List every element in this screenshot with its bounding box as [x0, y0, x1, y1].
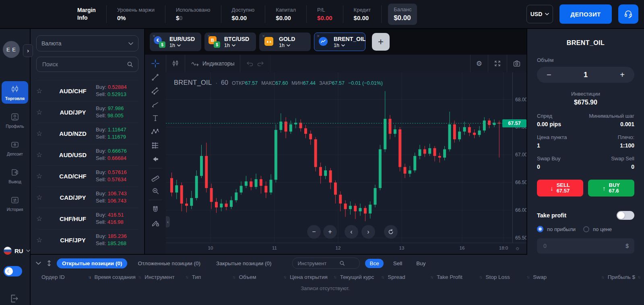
- favorite-star-icon[interactable]: ☆: [36, 193, 50, 202]
- column-header[interactable]: Инструмент ↑↓: [144, 274, 192, 280]
- category-select[interactable]: Валюта: [36, 35, 138, 51]
- instrument-row[interactable]: ☆ CHF/HUF Buy: 416.51 Sell: 416.98: [36, 208, 138, 229]
- avatar[interactable]: E E: [3, 41, 20, 58]
- column-header[interactable]: Тип ↑↓: [192, 274, 239, 280]
- redo-button[interactable]: [255, 55, 270, 72]
- trend-line-tool[interactable]: [149, 72, 161, 82]
- volume-increase-button[interactable]: +: [617, 70, 627, 80]
- undo-button[interactable]: [240, 55, 255, 72]
- volume-decrease-button[interactable]: −: [544, 70, 554, 80]
- lock-drawings-tool[interactable]: [149, 217, 161, 228]
- sort-icon[interactable]: ↑↓: [283, 275, 286, 279]
- scroll-left-button[interactable]: ‹: [345, 225, 358, 239]
- language-select[interactable]: RU: [4, 247, 30, 255]
- indicators-button[interactable]: Индикаторы: [185, 55, 240, 72]
- sort-icon[interactable]: ↑↓: [186, 275, 188, 279]
- magnet-tool[interactable]: [149, 204, 161, 214]
- column-header[interactable]: Время создания ↑↓: [95, 274, 145, 280]
- sort-icon[interactable]: ↑↓: [232, 275, 235, 279]
- text-tool[interactable]: [149, 113, 161, 123]
- sort-icon[interactable]: ↑↓: [479, 275, 482, 279]
- buy-button[interactable]: ↑ BUY67.6: [588, 180, 634, 197]
- column-header[interactable]: Цена открытия ↑↓: [290, 274, 340, 280]
- brush-tool[interactable]: [149, 99, 161, 110]
- chevron-down-icon[interactable]: [287, 44, 290, 47]
- sidebar-expand-button[interactable]: ›: [23, 44, 33, 57]
- column-header[interactable]: Spread ↑↓: [388, 274, 437, 280]
- add-chart-tab-button[interactable]: +: [372, 33, 390, 51]
- theme-toggle[interactable]: ☾: [4, 266, 22, 276]
- brightness-icon[interactable]: ☼: [515, 245, 520, 251]
- scroll-right-button[interactable]: ›: [361, 225, 375, 239]
- column-header[interactable]: Прибыль $ ↑↓: [608, 274, 644, 280]
- instrument-row[interactable]: ☆ CHF/JPY Buy: 185.236 Sell: 185.268: [36, 229, 138, 250]
- favorite-star-icon[interactable]: ☆: [36, 215, 50, 223]
- favorite-star-icon[interactable]: ☆: [36, 87, 50, 95]
- sidebar-item-history[interactable]: История: [2, 192, 28, 215]
- chart-tab-eurusd[interactable]: × €$ EUR/USD1h: [150, 33, 201, 51]
- by-price-radio[interactable]: [583, 226, 589, 232]
- take-profit-toggle[interactable]: [617, 211, 634, 220]
- sort-icon[interactable]: ↑↓: [430, 275, 433, 279]
- filter-buy[interactable]: Buy: [412, 259, 430, 268]
- sort-icon[interactable]: ↑↓: [601, 275, 604, 279]
- column-header[interactable]: Take Profit ↑↓: [437, 274, 486, 280]
- reset-chart-button[interactable]: [384, 225, 398, 239]
- fullscreen-button[interactable]: [488, 55, 507, 72]
- arrow-left-icon[interactable]: [149, 154, 161, 164]
- zoom-out-button[interactable]: −: [307, 225, 321, 239]
- column-header[interactable]: Текущий курс ↑↓: [340, 274, 388, 280]
- chart-tab-btcusd[interactable]: × B$ BTC/USD1h: [204, 33, 256, 51]
- time-axis[interactable]: ☼101112131618:0: [166, 243, 526, 254]
- deposit-button[interactable]: ДЕПОЗИТ: [559, 4, 612, 24]
- collapse-panel-icon[interactable]: [35, 261, 41, 265]
- take-profit-input[interactable]: [543, 242, 625, 250]
- sort-icon[interactable]: ↑↓: [138, 275, 140, 279]
- pattern-tool[interactable]: [149, 127, 161, 137]
- tab-pending-positions[interactable]: Отложенные позиции (0): [132, 258, 206, 268]
- filter-sell[interactable]: Sell: [389, 259, 407, 268]
- favorite-star-icon[interactable]: ☆: [36, 129, 50, 138]
- positions-search-input[interactable]: [297, 260, 337, 267]
- crosshair-tool[interactable]: [149, 58, 161, 69]
- zoom-in-tool[interactable]: [149, 186, 161, 196]
- currency-select[interactable]: USD: [526, 5, 553, 23]
- column-header[interactable]: Swap ↑↓: [533, 274, 607, 280]
- forecast-tool[interactable]: [149, 140, 161, 151]
- zoom-in-button[interactable]: +: [323, 225, 337, 239]
- column-header[interactable]: Объем ↑↓: [239, 274, 290, 280]
- volume-value[interactable]: 1: [584, 71, 588, 79]
- column-header[interactable]: Stop Loss ↑↓: [486, 274, 533, 280]
- favorite-star-icon[interactable]: ☆: [36, 236, 50, 244]
- tab-closed-positions[interactable]: Закрытые позиции (0): [211, 258, 277, 268]
- measure-tool[interactable]: [149, 172, 161, 182]
- chart-tab-brent-oil[interactable]: × BRENT_OIL1h: [314, 33, 365, 51]
- sell-button[interactable]: ↓ SELL67.57: [537, 180, 583, 197]
- candle-style-button[interactable]: [166, 55, 185, 72]
- instrument-search-input[interactable]: [41, 61, 127, 68]
- sidebar-item-trade[interactable]: Торговля: [2, 81, 28, 104]
- chevron-down-icon[interactable]: [341, 44, 345, 47]
- favorite-star-icon[interactable]: ☆: [36, 108, 50, 117]
- favorite-star-icon[interactable]: ☆: [36, 172, 50, 180]
- favorite-star-icon[interactable]: ☆: [36, 151, 50, 159]
- channel-tool[interactable]: [149, 86, 161, 96]
- chart-tab-gold[interactable]: × ▲▲ GOLD1h: [259, 33, 311, 51]
- chevron-down-icon[interactable]: [177, 44, 181, 47]
- chart-canvas[interactable]: BRENT_OIL · 60 ОТКР67.57 МАКС67.60 МИН67…: [166, 72, 526, 254]
- collapse-panel-handle[interactable]: ‹: [166, 216, 170, 227]
- margin-info[interactable]: Margin Info: [77, 6, 106, 22]
- instrument-row[interactable]: ☆ AUD/CHF Buy: 0.52884 Sell: 0.52913: [36, 80, 138, 101]
- logout-icon[interactable]: [9, 293, 19, 305]
- chart-settings-button[interactable]: ⚙: [470, 55, 488, 72]
- chevron-down-icon[interactable]: [232, 44, 235, 47]
- sort-icon[interactable]: ↑↓: [334, 275, 336, 279]
- by-profit-radio[interactable]: [537, 226, 543, 232]
- instrument-row[interactable]: ☆ AUD/USD Buy: 0.66676 Sell: 0.66684: [36, 144, 138, 165]
- column-header[interactable]: Ордер ID ↑↓: [41, 274, 95, 280]
- instrument-row[interactable]: ☆ AUD/NZD Buy: 1.11647 Sell: 1.11679: [36, 123, 138, 144]
- sidebar-item-deposit[interactable]: Депозит: [2, 137, 28, 159]
- support-button[interactable]: [618, 4, 638, 24]
- instrument-row[interactable]: ☆ AUD/JPY Buy: 97.986 Sell: 98.005: [36, 101, 138, 123]
- candlestick-chart[interactable]: [166, 72, 526, 242]
